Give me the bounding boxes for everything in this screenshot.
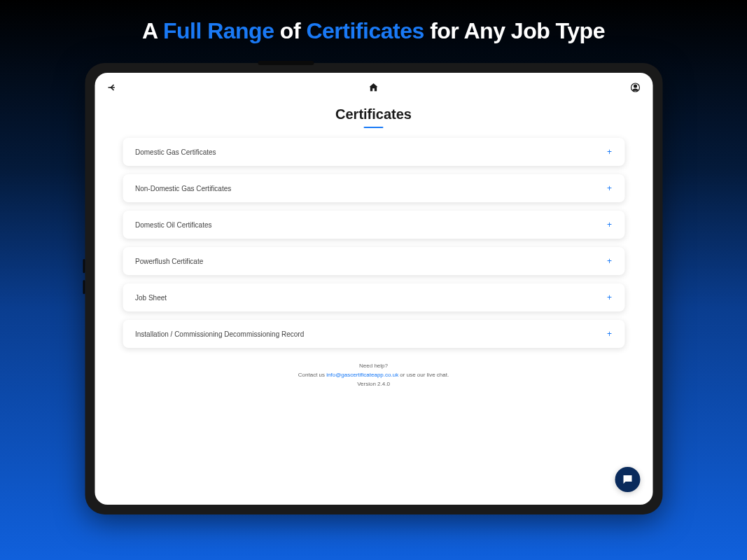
top-navigation-bar <box>95 73 652 102</box>
tablet-side-button <box>83 259 85 273</box>
tablet-side-button <box>83 280 85 294</box>
certificate-item-domestic-gas[interactable]: Domestic Gas Certificates + <box>123 138 624 166</box>
app-screen: Certificates Domestic Gas Certificates +… <box>95 73 652 505</box>
expand-icon: + <box>607 329 612 339</box>
contact-prefix: Contact us <box>298 372 326 378</box>
certificate-item-installation[interactable]: Installation / Commissioning Decommissio… <box>123 320 624 348</box>
tablet-device-frame: Certificates Domestic Gas Certificates +… <box>85 63 662 514</box>
headline-text-1: A <box>142 18 163 43</box>
expand-icon: + <box>607 147 612 157</box>
version-label: Version 2.4.0 <box>95 380 652 389</box>
certificate-label: Domestic Gas Certificates <box>135 148 216 156</box>
expand-icon: + <box>607 256 612 266</box>
certificate-label: Installation / Commissioning Decommissio… <box>135 330 304 338</box>
help-label: Need help? <box>95 362 652 371</box>
headline-text-2: of <box>274 18 306 43</box>
certificate-label: Powerflush Certificate <box>135 258 203 265</box>
contact-line: Contact us info@gascertificateapp.co.uk … <box>95 371 652 380</box>
certificate-item-job-sheet[interactable]: Job Sheet + <box>123 284 624 312</box>
certificate-list: Domestic Gas Certificates + Non-Domestic… <box>95 138 652 348</box>
contact-suffix: or use our live chat. <box>398 372 449 378</box>
headline-highlight-2: Certificates <box>306 18 424 43</box>
headline-text-3: for Any Job Type <box>424 18 605 43</box>
contact-email-link[interactable]: info@gascertificateapp.co.uk <box>326 372 398 378</box>
expand-icon: + <box>607 293 612 302</box>
expand-icon: + <box>607 183 612 193</box>
chat-button[interactable] <box>615 467 640 492</box>
promo-headline: A Full Range of Certificates for Any Job… <box>0 0 747 44</box>
user-profile-icon[interactable] <box>629 81 641 94</box>
certificate-label: Non-Domestic Gas Certificates <box>135 185 231 192</box>
expand-icon: + <box>607 220 612 230</box>
certificate-label: Domestic Oil Certificates <box>135 221 211 229</box>
certificate-item-non-domestic-gas[interactable]: Non-Domestic Gas Certificates + <box>123 174 624 202</box>
tablet-notch <box>258 61 314 65</box>
certificate-item-powerflush[interactable]: Powerflush Certificate + <box>123 247 624 275</box>
certificate-label: Job Sheet <box>135 294 167 302</box>
svg-point-1 <box>634 85 636 88</box>
headline-highlight-1: Full Range <box>163 18 274 43</box>
certificate-item-domestic-oil[interactable]: Domestic Oil Certificates + <box>123 211 624 239</box>
title-underline <box>364 127 384 128</box>
page-title: Certificates <box>95 106 652 122</box>
home-icon[interactable] <box>368 81 380 94</box>
back-icon[interactable] <box>106 81 118 94</box>
footer-help-text: Need help? Contact us info@gascertificat… <box>95 362 652 388</box>
